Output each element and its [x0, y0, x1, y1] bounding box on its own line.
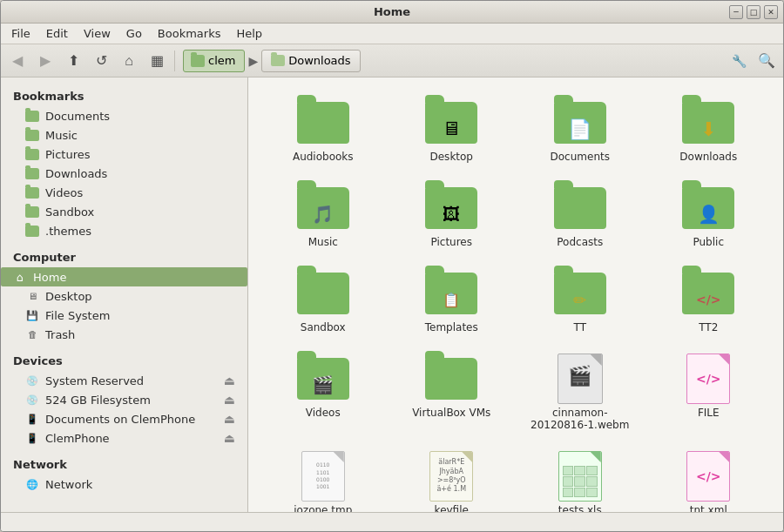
music-icon — [25, 128, 39, 142]
sidebar-documents-label: Documents — [45, 110, 110, 123]
file-templates[interactable]: 📋 Templates — [391, 262, 513, 340]
file-documents[interactable]: 📄 Documents — [519, 91, 641, 170]
computer-button[interactable]: ▦ — [144, 48, 170, 74]
menu-help[interactable]: Help — [229, 25, 269, 42]
sidebar-item-filesystem[interactable]: 💾 File System — [1, 306, 247, 325]
sidebar-sandbox-label: Sandbox — [45, 205, 94, 219]
sidebar-item-pictures[interactable]: Pictures — [1, 145, 247, 164]
up-button[interactable]: ⬆ — [60, 48, 86, 74]
sidebar-item-themes[interactable]: .themes — [1, 221, 247, 240]
back-button[interactable]: ◀ — [4, 48, 30, 74]
file-podcasts[interactable]: Podcasts — [519, 177, 641, 255]
documents-icon — [25, 109, 39, 123]
file-videos[interactable]: 🎬 Videos — [262, 347, 384, 438]
public-folder-icon: 👤 — [682, 184, 734, 232]
forward-button[interactable]: ▶ — [32, 48, 58, 74]
window-controls: ─ □ ✕ — [729, 5, 778, 19]
file-downloads[interactable]: ⬇ Downloads — [648, 91, 770, 170]
sandbox-label: Sandbox — [301, 321, 346, 333]
sidebar-item-documents[interactable]: Documents — [1, 106, 247, 125]
sidebar-item-home[interactable]: ⌂ Home — [1, 267, 247, 286]
home-button[interactable]: ⌂ — [116, 48, 142, 74]
videos-label: Videos — [306, 407, 341, 419]
public-overlay: 👤 — [694, 203, 722, 226]
eject-button-2[interactable]: ⏏ — [224, 393, 235, 407]
downloads-label-main: Downloads — [679, 151, 737, 163]
xls-grid — [563, 466, 598, 497]
music-label: Music — [308, 236, 338, 248]
webm-icon: 🎬 — [558, 354, 603, 404]
file-music[interactable]: 🎵 Music — [262, 177, 384, 255]
sidebar-item-downloads[interactable]: Downloads — [1, 164, 247, 183]
file-desktop[interactable]: 🖥 Desktop — [391, 91, 513, 170]
sidebar-item-clemphone-docs[interactable]: 📱 Documents on ClemPhone ⏏ — [1, 409, 247, 428]
file-tt[interactable]: ✏ TT — [519, 262, 641, 340]
sidebar-item-trash[interactable]: 🗑 Trash — [1, 325, 247, 344]
downloads-folder-icon — [271, 55, 285, 66]
breadcrumb-home[interactable]: clem — [183, 50, 245, 72]
menu-edit[interactable]: Edit — [39, 25, 75, 42]
xls-cell — [563, 488, 574, 497]
sidebar-item-desktop[interactable]: 🖥 Desktop — [1, 286, 247, 306]
menu-file[interactable]: File — [4, 25, 37, 42]
breadcrumb-downloads[interactable]: Downloads — [261, 50, 360, 72]
file-audiobooks[interactable]: Audiobooks — [262, 91, 384, 170]
sidebar-item-524gb[interactable]: 💿 524 GB Filesystem ⏏ — [1, 390, 247, 409]
xml-icon-container: </> — [682, 354, 734, 403]
sidebar-item-videos[interactable]: Videos — [1, 183, 247, 202]
public-label: Public — [693, 236, 724, 248]
sidebar-item-system-reserved[interactable]: 💿 System Reserved ⏏ — [1, 371, 247, 390]
templates-label: Templates — [425, 321, 478, 333]
file-tt2[interactable]: </> TT2 — [648, 262, 770, 340]
menu-view[interactable]: View — [77, 25, 118, 42]
sidebar-item-sandbox[interactable]: Sandbox — [1, 202, 247, 221]
iozone-tmp-label: iozone.tmp — [294, 504, 352, 512]
tt2-overlay: </> — [694, 288, 722, 311]
search-button[interactable]: 🔍 — [754, 48, 780, 74]
close-button[interactable]: ✕ — [764, 5, 778, 19]
podcasts-label: Podcasts — [557, 236, 603, 248]
pictures-label: Pictures — [430, 236, 472, 248]
file-keyfile[interactable]: älarR*EJhyäbA>=8³yOä+é 1.M keyfile — [391, 445, 513, 512]
file-public[interactable]: 👤 Public — [648, 177, 770, 255]
menu-bookmarks[interactable]: Bookmarks — [151, 25, 228, 42]
sidebar-item-music[interactable]: Music — [1, 125, 247, 145]
audiobooks-folder-icon — [297, 98, 349, 147]
status-bar — [1, 512, 783, 531]
tools-button[interactable]: 🔧 — [726, 48, 752, 74]
xls-cell — [563, 466, 574, 475]
file-tests-xls[interactable]: tests.xls — [519, 445, 641, 512]
maximize-button[interactable]: □ — [747, 5, 760, 19]
network-header: Network — [1, 453, 247, 475]
tmp-icon-container: 0110110101001001 — [297, 452, 349, 501]
file-sandbox[interactable]: Sandbox — [262, 262, 384, 340]
sidebar-item-network[interactable]: 🌐 Network — [1, 475, 247, 494]
sidebar-524gb-label: 524 GB Filesystem — [45, 394, 151, 407]
file-xml-file[interactable]: </> FILE — [648, 347, 770, 438]
tt2-folder-icon: </> — [682, 269, 734, 318]
file-cinnamon-webm[interactable]: 🎬 cinnamon-20120816-1.webm — [519, 347, 641, 438]
eject-button-4[interactable]: ⏏ — [224, 431, 235, 445]
tt-folder-icon: ✏ — [554, 269, 606, 318]
menu-go[interactable]: Go — [119, 25, 149, 42]
file-xml-label: FILE — [698, 407, 720, 419]
tnt-xml-label: tnt.xml — [690, 504, 727, 512]
menubar: File Edit View Go Bookmarks Help — [1, 24, 783, 44]
sidebar-home-label: Home — [33, 271, 66, 284]
file-virtualbox[interactable]: VirtualBox VMs — [391, 347, 513, 438]
minimize-button[interactable]: ─ — [729, 5, 743, 19]
xls-cell — [574, 476, 585, 486]
file-iozone-tmp[interactable]: 0110110101001001 iozone.tmp — [262, 445, 384, 512]
files-grid: Audiobooks 🖥 Desktop 📄 — [262, 91, 769, 512]
eject-button-1[interactable]: ⏏ — [224, 374, 235, 387]
reload-button[interactable]: ↺ — [88, 48, 114, 74]
file-pictures[interactable]: 🖼 Pictures — [391, 177, 513, 255]
devices-header: Devices — [1, 349, 247, 371]
eject-button-3[interactable]: ⏏ — [224, 412, 235, 426]
webm-corner — [591, 354, 602, 366]
videos-folder-icon: 🎬 — [297, 354, 349, 403]
file-tnt-xml[interactable]: </> tnt.xml — [648, 445, 770, 512]
sidebar-item-clemphone[interactable]: 📱 ClemPhone ⏏ — [1, 428, 247, 448]
webm-icon-container: 🎬 — [554, 354, 606, 403]
podcasts-folder-icon — [554, 184, 606, 232]
